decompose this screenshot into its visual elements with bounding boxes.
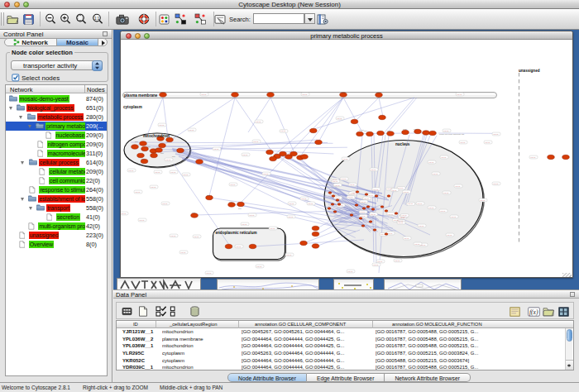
svg-text:nucleus: nucleus (395, 142, 410, 146)
svg-text:Yxx xx: Yxx xx (440, 210, 446, 212)
svg-text:Yxx xx: Yxx xx (159, 124, 165, 126)
svg-text:Yxx xx: Yxx xx (391, 189, 397, 191)
svg-text:Yxx xx: Yxx xx (373, 264, 379, 265)
svg-text:Yxx xx: Yxx xx (417, 203, 423, 204)
svg-text:endoplasmic reticulum: endoplasmic reticulum (216, 231, 257, 235)
svg-text:Yxx xx: Yxx xx (388, 213, 394, 215)
svg-text:Yxx xx: Yxx xx (371, 169, 376, 170)
svg-text:Yxx xx: Yxx xx (530, 156, 536, 158)
svg-text:Yxx xx: Yxx xx (270, 227, 275, 229)
svg-text:Yxx xx: Yxx xx (189, 129, 194, 131)
svg-text:Yxx xx: Yxx xx (460, 141, 466, 143)
svg-text:Yxx xx: Yxx xx (334, 184, 340, 186)
svg-text:Yxx xx: Yxx xx (183, 174, 189, 175)
svg-text:Yxx xx: Yxx xx (443, 130, 449, 131)
svg-text:Yxx xx: Yxx xx (128, 170, 134, 171)
svg-text:Yxx xx: Yxx xx (441, 156, 447, 158)
svg-text:Yxx xx: Yxx xx (420, 244, 426, 246)
svg-text:Yxx xx: Yxx xx (404, 237, 409, 239)
svg-text:Yxx xx: Yxx xx (401, 214, 407, 216)
svg-text:1:1: 1:1 (94, 17, 100, 21)
svg-text:Yxx xx: Yxx xx (151, 186, 156, 188)
svg-text:cytoplasm: cytoplasm (123, 105, 142, 109)
svg-text:Yxx xx: Yxx xx (301, 198, 307, 199)
svg-text:Yxx xx: Yxx xx (361, 201, 366, 203)
svg-text:mitochondrion: mitochondrion (143, 134, 170, 138)
svg-text:Yxx xx: Yxx xx (373, 189, 379, 190)
svg-text:f(x): f(x) (529, 308, 538, 316)
svg-text:Yxx xx: Yxx xx (443, 192, 449, 194)
svg-text:xxxx: xxxx (403, 128, 408, 131)
svg-text:Yxx xx: Yxx xx (368, 194, 374, 196)
svg-text:Yxx xx: Yxx xx (447, 234, 452, 236)
svg-text:xxx: xxx (364, 130, 367, 132)
svg-text:Yxx xx: Yxx xx (493, 133, 499, 135)
svg-text:Yxx xx: Yxx xx (213, 148, 219, 150)
svg-text:Yxx xx: Yxx xx (377, 261, 383, 262)
svg-text:Yxx xx: Yxx xx (256, 265, 262, 267)
svg-text:Yxx xx: Yxx xx (335, 197, 341, 198)
svg-text:Yxx xx: Yxx xx (242, 223, 247, 225)
svg-text:Yxx xx: Yxx xx (347, 270, 353, 272)
svg-text:Yxx xx: Yxx xx (139, 219, 145, 221)
svg-text:Yxx xx: Yxx xx (180, 251, 186, 253)
svg-text:Yxx xx: Yxx xx (170, 235, 176, 237)
svg-text:Yxx xx: Yxx xx (121, 213, 127, 214)
svg-text:Yxx xx: Yxx xx (308, 203, 313, 204)
svg-text:Yxx xx: Yxx xx (236, 246, 242, 247)
svg-text:Yxx xx: Yxx xx (360, 211, 366, 213)
svg-text:Yxx xx: Yxx xx (249, 214, 255, 216)
svg-text:Yxx xx: Yxx xx (395, 260, 400, 261)
svg-text:Yxx xx: Yxx xx (349, 184, 355, 185)
svg-text:Yxx xx: Yxx xx (242, 154, 248, 155)
svg-text:Yxx xx: Yxx xx (347, 196, 353, 198)
svg-text:Yxx xx: Yxx xx (288, 216, 294, 218)
svg-text:Yxx xx: Yxx xx (206, 272, 212, 274)
svg-text:Yxx xx: Yxx xx (201, 93, 207, 95)
svg-text:Yxx xx: Yxx xx (451, 216, 457, 218)
svg-text:Yxx xx: Yxx xx (280, 130, 286, 131)
svg-text:xxxxx-xxx xxxx xxxxxxxx xxx: xxxxx-xxx xxxx xxxxxxxx xxx (439, 133, 465, 136)
svg-text:Yxx xx: Yxx xx (480, 199, 486, 201)
svg-text:Yxx xx: Yxx xx (360, 215, 366, 217)
svg-text:Yxx xx: Yxx xx (170, 171, 176, 173)
svg-text:Yxx xx: Yxx xx (408, 203, 414, 204)
svg-text:Yxx xx: Yxx xx (457, 93, 462, 95)
svg-text:xxx: xxx (238, 208, 242, 210)
svg-text:Yxx xx: Yxx xx (155, 171, 160, 173)
svg-text:Yxx xx: Yxx xx (333, 180, 338, 182)
svg-text:Yxx xx: Yxx xx (364, 198, 370, 199)
svg-text:Yxx xx: Yxx xx (428, 207, 434, 208)
svg-text:Yxx xx: Yxx xx (286, 254, 292, 256)
svg-text:Yxx xx: Yxx xx (342, 158, 348, 160)
svg-text:Yxx xx: Yxx xx (194, 236, 199, 237)
svg-text:Yxx xx: Yxx xx (455, 185, 461, 187)
svg-text:Yxx xx: Yxx xx (493, 183, 499, 184)
svg-text:Yxx xx: Yxx xx (433, 173, 438, 174)
svg-text:Yxx xx: Yxx xx (414, 243, 420, 245)
svg-text:Yxx xx: Yxx xx (253, 141, 259, 142)
svg-text:Yxx xx: Yxx xx (400, 217, 405, 218)
svg-text:Yxx xx: Yxx xx (398, 187, 404, 189)
svg-text:Yxx xx: Yxx xx (485, 141, 490, 143)
svg-text:Yxx xx: Yxx xx (135, 191, 141, 193)
svg-text:Yxx xx: Yxx xx (165, 159, 171, 160)
svg-text:Yxx xx: Yxx xx (162, 203, 168, 204)
svg-text:Yxx xx: Yxx xx (371, 213, 376, 215)
svg-text:Yxx xx: Yxx xx (230, 184, 236, 185)
svg-text:Yxx xx: Yxx xx (419, 225, 424, 227)
svg-text:Yxx xx: Yxx xx (302, 93, 308, 95)
svg-text:Yxx xx: Yxx xx (428, 161, 434, 163)
svg-text:plasma membrane: plasma membrane (124, 93, 158, 98)
svg-text:Yxx xx: Yxx xx (350, 193, 356, 194)
svg-text:Yxx xx: Yxx xx (404, 191, 409, 193)
svg-text:Yxx xx: Yxx xx (256, 121, 261, 122)
svg-text:Yxx xx: Yxx xx (289, 203, 294, 204)
svg-text:Yxx xx: Yxx xx (337, 117, 342, 119)
svg-text:unassigned: unassigned (519, 69, 540, 73)
svg-text:Yxx xx: Yxx xx (341, 178, 347, 179)
svg-text:Yxx xx: Yxx xx (398, 222, 404, 223)
svg-text:Yxx xx: Yxx xx (263, 173, 269, 174)
